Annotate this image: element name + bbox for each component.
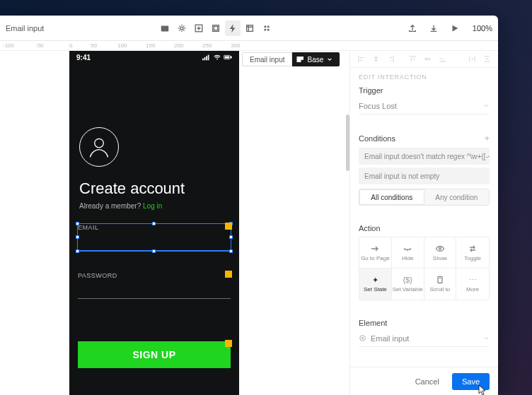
horizontal-ruler: -100 -50 0 50 100 150 200 250 300 (0, 41, 498, 51)
email-input[interactable] (78, 232, 231, 251)
selection-handle[interactable] (152, 249, 156, 253)
login-link[interactable]: Log in (143, 202, 162, 210)
action-show[interactable]: Show (424, 237, 457, 269)
tool-align-icon[interactable] (208, 20, 224, 36)
align-middle-icon[interactable] (424, 55, 432, 63)
tool-plus-icon[interactable] (191, 20, 207, 36)
save-button[interactable]: Save (452, 373, 490, 390)
device-status-bar: 9:41 (69, 51, 239, 64)
action-label: Action (359, 224, 490, 232)
trigger-select[interactable]: Focus Lost (359, 98, 490, 114)
status-time: 9:41 (76, 54, 91, 61)
element-value: Email input (371, 334, 409, 343)
selection-handle[interactable] (229, 235, 233, 239)
person-icon (86, 134, 112, 160)
svg-point-21 (362, 338, 364, 339)
toolbar-center-group (157, 20, 274, 36)
download-icon[interactable] (426, 20, 441, 36)
preview-play-icon[interactable] (447, 20, 463, 36)
interaction-marker-icon[interactable] (225, 271, 232, 278)
align-top-icon[interactable] (409, 55, 417, 63)
toggle-any-condition[interactable]: Any condition (424, 189, 490, 205)
tool-export-icon[interactable] (242, 20, 258, 36)
element-label: Element (359, 319, 490, 327)
avatar-placeholder[interactable] (79, 127, 119, 167)
chevron-down-icon (483, 102, 490, 109)
conditions-label: Conditions (359, 134, 395, 143)
password-input[interactable] (78, 281, 231, 299)
interaction-marker-icon[interactable] (225, 223, 232, 230)
svg-point-17 (95, 138, 104, 148)
ruler-tick: 100 (117, 42, 127, 49)
tool-interactions-icon[interactable] (225, 20, 241, 36)
chevron-down-icon (327, 57, 332, 62)
floating-selection-labels: Email input Base (242, 52, 340, 66)
action-scroll-to[interactable]: Scroll to (424, 269, 457, 300)
action-set-state[interactable]: ✦ Set State (359, 269, 392, 300)
screen-title: Create account (79, 179, 239, 198)
element-select[interactable]: Email input (359, 330, 490, 347)
tool-assets-icon[interactable] (157, 20, 173, 36)
selection-handle[interactable] (76, 235, 79, 239)
ruler-tick: 250 (202, 42, 212, 49)
align-center-icon[interactable] (372, 55, 380, 63)
ruler-tick: 300 (231, 42, 240, 49)
action-set-variable[interactable]: {$} Set Variable (392, 269, 424, 300)
signal-icon (202, 54, 211, 61)
target-picker-icon[interactable] (359, 334, 366, 342)
arrow-right-icon (370, 244, 380, 253)
variable-icon: {$} (403, 276, 412, 284)
svg-rect-0 (161, 25, 169, 31)
condition-item[interactable]: Email input doesn't match regex ^\w+([-+… (359, 148, 490, 165)
svg-rect-10 (202, 59, 204, 61)
action-toggle[interactable]: Toggle (456, 237, 489, 269)
selection-handle[interactable] (76, 222, 79, 225)
set-state-icon: ✦ (372, 276, 378, 284)
email-field[interactable]: EMAIL (78, 224, 231, 251)
align-left-icon[interactable] (357, 55, 365, 63)
selected-layer-pill[interactable]: Email input (242, 52, 292, 66)
variant-selector[interactable]: Base (292, 52, 340, 66)
action-hide[interactable]: Hide (392, 237, 424, 269)
wifi-icon (213, 54, 221, 61)
action-more[interactable]: ⋯ More (456, 269, 489, 300)
toggle-all-conditions[interactable]: All conditions (359, 189, 424, 205)
mobile-artboard[interactable]: 9:41 Create account Already a member? Lo… (69, 51, 239, 395)
add-condition-button[interactable]: + (484, 133, 490, 143)
inspector-heading: EDIT INTERACTION (359, 73, 490, 81)
condition-item[interactable]: Email input is not empty (359, 167, 490, 184)
tool-more-icon[interactable] (259, 20, 274, 36)
interaction-marker-icon[interactable] (225, 340, 232, 347)
cursor-icon (478, 384, 488, 396)
eye-icon (435, 244, 445, 253)
inspector-panel: EDIT INTERACTION Trigger Focus Lost Cond… (349, 51, 498, 395)
align-right-icon[interactable] (387, 55, 395, 63)
main-area: 9:41 Create account Already a member? Lo… (0, 51, 498, 395)
ruler-tick: 200 (174, 42, 183, 49)
selection-handle[interactable] (152, 222, 156, 225)
tool-settings-icon[interactable] (174, 20, 190, 36)
app-window: Email input 100% -100 -50 0 50 100 150 2… (0, 16, 498, 395)
selection-handle[interactable] (76, 249, 79, 253)
top-toolbar: Email input 100% (0, 16, 498, 41)
align-bottom-icon[interactable] (439, 55, 446, 63)
conditions-mode-toggle[interactable]: All conditions Any condition (359, 189, 490, 206)
selection-handle[interactable] (229, 249, 233, 253)
distribute-v-icon[interactable] (483, 55, 491, 63)
battery-icon (224, 54, 232, 61)
toolbar-right-group: 100% (405, 20, 492, 36)
inspector-align-row (350, 51, 498, 68)
distribute-h-icon[interactable] (468, 55, 476, 63)
canvas[interactable]: 9:41 Create account Already a member? Lo… (0, 51, 349, 395)
status-icons (202, 54, 232, 61)
cancel-button[interactable]: Cancel (408, 373, 446, 390)
action-go-to-page[interactable]: Go to Page (359, 237, 392, 269)
share-icon[interactable] (405, 20, 420, 36)
password-field[interactable]: PASSWORD (78, 272, 231, 299)
svg-rect-4 (214, 26, 218, 30)
zoom-level[interactable]: 100% (468, 24, 492, 33)
svg-point-1 (180, 27, 183, 30)
svg-rect-8 (265, 28, 267, 30)
screen-subtitle: Already a member? Log in (79, 202, 239, 210)
signup-button[interactable]: SIGN UP (78, 341, 231, 368)
